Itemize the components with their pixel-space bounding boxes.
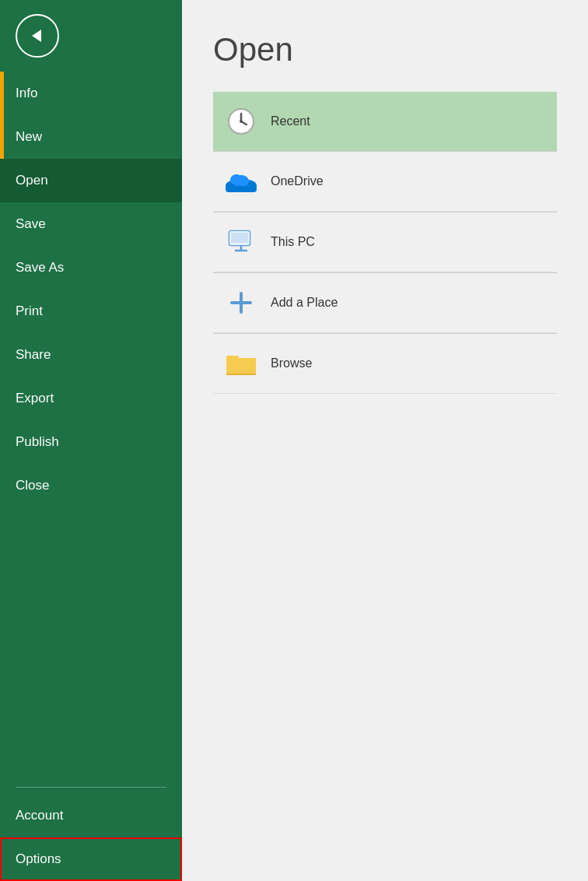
sidebar-item-label: Share xyxy=(16,347,51,363)
sidebar-item-info[interactable]: Info xyxy=(0,72,182,115)
open-option-onedrive[interactable]: OneDrive xyxy=(213,152,557,212)
svg-rect-11 xyxy=(231,233,248,243)
sidebar-item-label: Options xyxy=(16,851,61,867)
sidebar-item-label: Publish xyxy=(16,434,59,450)
sidebar-item-publish[interactable]: Publish xyxy=(0,420,182,464)
open-option-add-place-label: Add a Place xyxy=(271,296,338,310)
open-options-list: Recent OneDrive xyxy=(213,92,557,394)
open-option-add-place[interactable]: Add a Place xyxy=(213,273,557,333)
sidebar-item-label: New xyxy=(16,129,42,145)
sidebar-divider xyxy=(16,787,166,788)
sidebar-item-save-as[interactable]: Save As xyxy=(0,246,182,290)
sidebar-item-options[interactable]: Options xyxy=(0,837,182,881)
sidebar-item-export[interactable]: Export xyxy=(0,377,182,420)
sidebar-item-label: Info xyxy=(16,86,37,101)
open-option-browse-label: Browse xyxy=(271,356,312,370)
sidebar-item-open[interactable]: Open xyxy=(0,159,182,202)
svg-rect-8 xyxy=(226,186,257,192)
open-option-recent[interactable]: Recent xyxy=(213,92,557,152)
sidebar-item-save[interactable]: Save xyxy=(0,202,182,246)
svg-point-7 xyxy=(230,174,243,185)
page-title: Open xyxy=(213,31,557,68)
add-place-icon xyxy=(226,287,257,318)
folder-icon xyxy=(226,348,257,379)
sidebar-item-print[interactable]: Print xyxy=(0,290,182,333)
pc-icon xyxy=(226,226,257,258)
sidebar-item-close[interactable]: Close xyxy=(0,464,182,507)
sidebar-spacer xyxy=(0,507,182,781)
sidebar-item-share[interactable]: Share xyxy=(0,333,182,377)
clock-icon xyxy=(226,106,257,137)
sidebar-item-label: Print xyxy=(16,304,43,319)
accent-bar xyxy=(0,72,4,115)
open-option-onedrive-label: OneDrive xyxy=(271,174,324,188)
sidebar-item-label: Open xyxy=(16,173,48,188)
sidebar-item-label: Close xyxy=(16,478,49,493)
accent-bar xyxy=(0,115,4,159)
sidebar-item-account[interactable]: Account xyxy=(0,794,182,837)
sidebar-item-label: Save xyxy=(16,216,46,232)
open-option-this-pc[interactable]: This PC xyxy=(213,212,557,272)
open-option-browse[interactable]: Browse xyxy=(213,334,557,394)
sidebar-item-label: Save As xyxy=(16,260,64,276)
onedrive-icon xyxy=(226,166,257,197)
sidebar-item-new[interactable]: New xyxy=(0,115,182,159)
sidebar-item-label: Account xyxy=(16,808,63,823)
sidebar: Info New Open Save Save As Print Share E… xyxy=(0,0,182,881)
main-content: Open Recent xyxy=(182,0,588,881)
svg-point-3 xyxy=(240,120,243,123)
svg-rect-19 xyxy=(226,356,239,360)
open-option-this-pc-label: This PC xyxy=(271,235,315,249)
back-arrow-icon xyxy=(32,30,41,42)
sidebar-item-label: Export xyxy=(16,391,54,406)
open-option-recent-label: Recent xyxy=(271,114,310,128)
back-button[interactable] xyxy=(16,14,59,58)
